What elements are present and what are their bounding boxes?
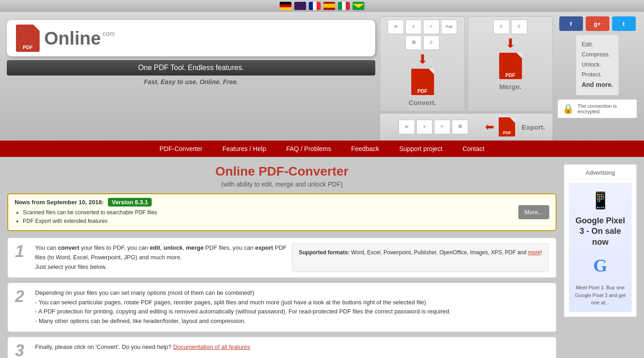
merge-doc1: 🗒: [493, 20, 510, 34]
social-icons: f g+ t: [559, 16, 636, 31]
news-item-2: PDF Export with extended features: [23, 217, 514, 226]
logo-area: PDF Online.com Online One PDF Tool. Endl…: [7, 16, 375, 88]
flag-en[interactable]: [294, 2, 306, 10]
news-text: News from September 10, 2018: Version 8.…: [15, 199, 514, 226]
img-icon2: 🗒: [423, 35, 440, 50]
pdf-icon: PDF: [16, 25, 40, 52]
phone-icon: 📱: [574, 188, 626, 213]
step-3-box: 3 Finally, please click on 'Convert'. Do…: [7, 337, 557, 358]
step-2-content: Depending on your files you can set many…: [35, 288, 549, 326]
flag-it[interactable]: [338, 2, 350, 10]
doc-link[interactable]: Documentation of all features: [173, 343, 250, 350]
encrypt-box: 🔒 The connection is encrypted.: [557, 99, 637, 118]
main-content: Online PDF-Converter (with ability to ed…: [0, 157, 644, 358]
nav-faq-problems[interactable]: FAQ / Problems: [276, 141, 341, 157]
step-2-box: 2 Depending on your files you can set ma…: [7, 282, 557, 332]
export-word: W: [399, 120, 415, 134]
nav-features-help[interactable]: Features / Help: [212, 141, 276, 157]
news-more-btn[interactable]: More...: [518, 205, 549, 219]
page-title: Online PDF-Converter: [7, 164, 557, 179]
googleplus-btn[interactable]: g+: [586, 16, 609, 31]
export-icons: W X P 🖼: [386, 120, 480, 134]
twitter-btn[interactable]: t: [612, 16, 636, 31]
flag-de[interactable]: [280, 2, 291, 10]
page-subtitle: (with ability to edit, merge and unlock …: [7, 181, 557, 188]
edit-box: Edit. Compress. Unlock. Protect. And mor…: [576, 35, 619, 96]
top-section: PDF Online.com Online One PDF Tool. Endl…: [0, 12, 644, 141]
tools-section: W X P Pub 🖼 🗒 ⬇ PDF Convert. 🗒 🗒 ⬇ PDF: [380, 16, 553, 141]
step-3-num: 3: [15, 343, 29, 358]
export-pdf-icon: PDF: [499, 117, 515, 136]
export-img: 🖼: [452, 120, 468, 134]
logo-text: Online.com Online: [44, 28, 115, 49]
merge-box[interactable]: 🗒 🗒 ⬇ PDF Merge.: [468, 16, 553, 111]
step-1-content: You can convert your files to PDF, you c…: [35, 243, 287, 272]
step-3-content: Finally, please click on 'Convert'. Do y…: [35, 343, 549, 352]
flag-fr[interactable]: [309, 2, 321, 10]
merge-pdf-icon: PDF: [499, 53, 522, 79]
export-ppt: P: [434, 120, 450, 134]
convert-label: Convert.: [407, 97, 438, 108]
merge-icons: 🗒 🗒: [493, 20, 527, 34]
more-formats-link[interactable]: more: [528, 249, 540, 256]
ppt-icon: P: [423, 20, 440, 34]
lock-icon: 🔒: [562, 103, 574, 114]
merge-doc2: 🗒: [511, 20, 527, 34]
pdf-result-icon: PDF: [411, 69, 434, 95]
top-right: f g+ t Edit. Compress. Unlock. Protect. …: [557, 16, 637, 118]
merge-label: Merge.: [497, 81, 523, 92]
export-label: Export.: [520, 121, 547, 133]
flag-es[interactable]: [323, 2, 335, 10]
pixel-desc: Meet Pixel 3. Buy one Google Pixel 3 and…: [574, 284, 626, 307]
export-excel: X: [416, 120, 433, 134]
nav-pdf-converter[interactable]: PDF-Converter: [149, 141, 212, 157]
content-left: Online PDF-Converter (with ability to ed…: [7, 164, 557, 358]
logo-wrapper: PDF Online.com Online: [7, 20, 375, 56]
pixel-title: Google Pixel 3 - On sale now: [574, 216, 626, 247]
step-1-right: Supported formats: Word, Excel, Powerpoi…: [292, 243, 549, 272]
nav-feedback[interactable]: Feedback: [341, 141, 389, 157]
export-box[interactable]: W X P 🖼 ⬅ PDF Export.: [380, 113, 553, 141]
news-title: News from September 10, 2018: Version 8.…: [15, 199, 514, 206]
export-arrow: ⬅: [485, 121, 494, 133]
img-icon1: 🖼: [405, 35, 422, 50]
step-1-box: 1 You can convert your files to PDF, you…: [7, 237, 557, 277]
nav-support[interactable]: Support project: [389, 141, 452, 157]
step-1-layout: You can convert your files to PDF, you c…: [35, 243, 549, 272]
down-arrow: ⬇: [417, 52, 428, 67]
news-item-1: Scanned files can be converted to search…: [23, 208, 514, 217]
language-bar: [0, 0, 644, 12]
excel-icon: X: [405, 20, 422, 34]
ad-title: Advertising: [569, 169, 632, 179]
convert-box[interactable]: W X P Pub 🖼 🗒 ⬇ PDF Convert.: [380, 16, 465, 111]
google-g-logo: G: [574, 252, 626, 279]
convert-merge-row: W X P Pub 🖼 🗒 ⬇ PDF Convert. 🗒 🗒 ⬇ PDF: [380, 16, 553, 111]
word-icon: W: [388, 20, 404, 34]
nav-contact[interactable]: Contact: [452, 141, 494, 157]
convert-icons: W X P Pub 🖼 🗒: [383, 20, 462, 50]
merge-arrow: ⬇: [505, 36, 516, 51]
facebook-btn[interactable]: f: [559, 16, 583, 31]
ad-content: 📱 Google Pixel 3 - On sale now G Meet Pi…: [569, 183, 632, 312]
content-right: Advertising 📱 Google Pixel 3 - On sale n…: [564, 164, 637, 358]
nav-bar: PDF-Converter Features / Help FAQ / Prob…: [0, 141, 644, 157]
news-box: News from September 10, 2018: Version 8.…: [7, 193, 557, 231]
pub-icon: Pub: [441, 20, 457, 34]
news-list: Scanned files can be converted to search…: [15, 208, 514, 226]
step-2-num: 2: [15, 288, 29, 305]
step-1-num: 1: [15, 243, 29, 260]
slogan: Fast. Easy to use. Online. Free.: [7, 76, 375, 88]
flag-br[interactable]: [353, 2, 364, 10]
version-tag: Version 8.3.1: [108, 198, 152, 207]
tagline-banner: One PDF Tool. Endless features.: [7, 60, 375, 76]
ad-box: Advertising 📱 Google Pixel 3 - On sale n…: [564, 164, 637, 317]
